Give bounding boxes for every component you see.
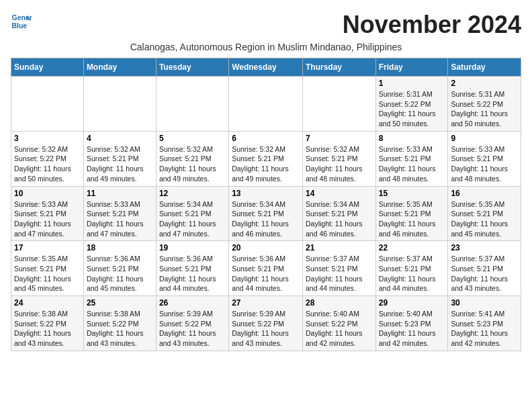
day-number: 4 [87, 134, 153, 143]
day-info: Sunrise: 5:36 AM Sunset: 5:21 PM Dayligh… [159, 254, 226, 293]
day-info: Sunrise: 5:33 AM Sunset: 5:21 PM Dayligh… [379, 144, 445, 184]
calendar-cell [229, 77, 303, 132]
logo-icon: General Blue [11, 11, 32, 32]
calendar-cell: 25Sunrise: 5:38 AM Sunset: 5:22 PM Dayli… [83, 296, 156, 351]
calendar-cell: 15Sunrise: 5:35 AM Sunset: 5:21 PM Dayli… [375, 186, 448, 241]
calendar-cell: 29Sunrise: 5:40 AM Sunset: 5:23 PM Dayli… [375, 296, 448, 351]
day-info: Sunrise: 5:40 AM Sunset: 5:22 PM Dayligh… [306, 309, 373, 349]
day-number: 30 [451, 298, 518, 308]
calendar-cell [11, 77, 84, 132]
calendar-subtitle: Calanogas, Autonomous Region in Muslim M… [11, 42, 521, 52]
day-number: 19 [159, 243, 226, 253]
calendar-cell: 12Sunrise: 5:34 AM Sunset: 5:21 PM Dayli… [156, 186, 228, 241]
day-number: 25 [87, 298, 153, 308]
calendar-cell: 3Sunrise: 5:32 AM Sunset: 5:22 PM Daylig… [11, 131, 84, 186]
weekday-header-thursday: Thursday [302, 58, 375, 77]
day-info: Sunrise: 5:33 AM Sunset: 5:21 PM Dayligh… [87, 199, 153, 239]
weekday-header-saturday: Saturday [448, 58, 521, 77]
day-number: 22 [379, 243, 445, 253]
day-info: Sunrise: 5:35 AM Sunset: 5:21 PM Dayligh… [379, 199, 445, 239]
calendar-cell: 7Sunrise: 5:32 AM Sunset: 5:21 PM Daylig… [302, 131, 375, 186]
calendar-cell: 28Sunrise: 5:40 AM Sunset: 5:22 PM Dayli… [302, 296, 375, 351]
day-number: 14 [306, 189, 373, 198]
calendar-cell: 9Sunrise: 5:33 AM Sunset: 5:21 PM Daylig… [448, 131, 521, 186]
calendar-cell: 17Sunrise: 5:35 AM Sunset: 5:21 PM Dayli… [11, 241, 84, 296]
day-number: 16 [451, 189, 518, 198]
day-number: 12 [159, 189, 226, 198]
weekday-header-friday: Friday [375, 58, 448, 77]
day-number: 6 [232, 134, 300, 143]
day-number: 8 [379, 134, 445, 143]
logo: General Blue [11, 11, 32, 32]
day-info: Sunrise: 5:33 AM Sunset: 5:21 PM Dayligh… [14, 199, 81, 239]
day-info: Sunrise: 5:35 AM Sunset: 5:21 PM Dayligh… [451, 199, 518, 239]
day-info: Sunrise: 5:36 AM Sunset: 5:21 PM Dayligh… [232, 254, 300, 293]
calendar-cell: 23Sunrise: 5:37 AM Sunset: 5:21 PM Dayli… [448, 241, 521, 296]
day-info: Sunrise: 5:38 AM Sunset: 5:22 PM Dayligh… [14, 309, 81, 349]
day-number: 29 [379, 298, 445, 308]
day-info: Sunrise: 5:34 AM Sunset: 5:21 PM Dayligh… [159, 199, 226, 239]
weekday-header-tuesday: Tuesday [156, 58, 228, 77]
day-info: Sunrise: 5:33 AM Sunset: 5:21 PM Dayligh… [451, 144, 518, 184]
day-info: Sunrise: 5:35 AM Sunset: 5:21 PM Dayligh… [14, 254, 81, 293]
calendar-cell: 30Sunrise: 5:41 AM Sunset: 5:23 PM Dayli… [448, 296, 521, 351]
day-info: Sunrise: 5:34 AM Sunset: 5:21 PM Dayligh… [232, 199, 300, 239]
day-info: Sunrise: 5:32 AM Sunset: 5:22 PM Dayligh… [14, 144, 81, 184]
calendar-cell: 6Sunrise: 5:32 AM Sunset: 5:21 PM Daylig… [229, 131, 303, 186]
calendar-week-row: 24Sunrise: 5:38 AM Sunset: 5:22 PM Dayli… [11, 296, 521, 351]
calendar-cell [156, 77, 228, 132]
calendar-cell: 11Sunrise: 5:33 AM Sunset: 5:21 PM Dayli… [83, 186, 156, 241]
day-number: 21 [306, 243, 373, 253]
svg-text:General: General [12, 14, 32, 21]
day-info: Sunrise: 5:32 AM Sunset: 5:21 PM Dayligh… [232, 144, 300, 184]
day-info: Sunrise: 5:38 AM Sunset: 5:22 PM Dayligh… [87, 309, 153, 349]
day-number: 9 [451, 134, 518, 143]
day-info: Sunrise: 5:39 AM Sunset: 5:22 PM Dayligh… [159, 309, 226, 349]
weekday-header-monday: Monday [83, 58, 156, 77]
svg-text:Blue: Blue [12, 22, 28, 30]
day-number: 10 [14, 189, 81, 198]
day-info: Sunrise: 5:39 AM Sunset: 5:22 PM Dayligh… [232, 309, 300, 349]
day-number: 1 [379, 79, 445, 88]
calendar-cell: 2Sunrise: 5:31 AM Sunset: 5:22 PM Daylig… [448, 77, 521, 132]
calendar-cell [83, 77, 156, 132]
calendar-cell: 5Sunrise: 5:32 AM Sunset: 5:21 PM Daylig… [156, 131, 228, 186]
calendar-cell: 1Sunrise: 5:31 AM Sunset: 5:22 PM Daylig… [375, 77, 448, 132]
day-info: Sunrise: 5:40 AM Sunset: 5:23 PM Dayligh… [379, 309, 445, 349]
day-number: 20 [232, 243, 300, 253]
calendar-week-row: 17Sunrise: 5:35 AM Sunset: 5:21 PM Dayli… [11, 241, 521, 296]
calendar-week-row: 1Sunrise: 5:31 AM Sunset: 5:22 PM Daylig… [11, 77, 521, 132]
calendar-cell: 18Sunrise: 5:36 AM Sunset: 5:21 PM Dayli… [83, 241, 156, 296]
calendar-cell: 22Sunrise: 5:37 AM Sunset: 5:21 PM Dayli… [375, 241, 448, 296]
day-info: Sunrise: 5:31 AM Sunset: 5:22 PM Dayligh… [379, 89, 445, 129]
calendar-cell: 27Sunrise: 5:39 AM Sunset: 5:22 PM Dayli… [229, 296, 303, 351]
day-number: 23 [451, 243, 518, 253]
calendar-cell: 20Sunrise: 5:36 AM Sunset: 5:21 PM Dayli… [229, 241, 303, 296]
calendar-cell: 14Sunrise: 5:34 AM Sunset: 5:21 PM Dayli… [302, 186, 375, 241]
day-info: Sunrise: 5:31 AM Sunset: 5:22 PM Dayligh… [451, 89, 518, 129]
day-info: Sunrise: 5:36 AM Sunset: 5:21 PM Dayligh… [87, 254, 153, 293]
day-info: Sunrise: 5:32 AM Sunset: 5:21 PM Dayligh… [159, 144, 226, 184]
day-number: 15 [379, 189, 445, 198]
day-number: 7 [306, 134, 373, 143]
calendar-table: SundayMondayTuesdayWednesdayThursdayFrid… [11, 58, 521, 351]
month-title: November 2024 [343, 11, 521, 39]
calendar-cell: 8Sunrise: 5:33 AM Sunset: 5:21 PM Daylig… [375, 131, 448, 186]
page-header: General Blue November 2024 [11, 11, 521, 39]
calendar-week-row: 3Sunrise: 5:32 AM Sunset: 5:22 PM Daylig… [11, 131, 521, 186]
day-info: Sunrise: 5:41 AM Sunset: 5:23 PM Dayligh… [451, 309, 518, 349]
day-info: Sunrise: 5:32 AM Sunset: 5:21 PM Dayligh… [87, 144, 153, 184]
calendar-cell [302, 77, 375, 132]
calendar-cell: 21Sunrise: 5:37 AM Sunset: 5:21 PM Dayli… [302, 241, 375, 296]
weekday-header-sunday: Sunday [11, 58, 84, 77]
day-number: 5 [159, 134, 226, 143]
calendar-cell: 4Sunrise: 5:32 AM Sunset: 5:21 PM Daylig… [83, 131, 156, 186]
calendar-cell: 26Sunrise: 5:39 AM Sunset: 5:22 PM Dayli… [156, 296, 228, 351]
day-number: 3 [14, 134, 81, 143]
weekday-header-row: SundayMondayTuesdayWednesdayThursdayFrid… [11, 58, 521, 77]
calendar-week-row: 10Sunrise: 5:33 AM Sunset: 5:21 PM Dayli… [11, 186, 521, 241]
calendar-cell: 10Sunrise: 5:33 AM Sunset: 5:21 PM Dayli… [11, 186, 84, 241]
calendar-cell: 24Sunrise: 5:38 AM Sunset: 5:22 PM Dayli… [11, 296, 84, 351]
day-info: Sunrise: 5:37 AM Sunset: 5:21 PM Dayligh… [451, 254, 518, 293]
calendar-cell: 16Sunrise: 5:35 AM Sunset: 5:21 PM Dayli… [448, 186, 521, 241]
